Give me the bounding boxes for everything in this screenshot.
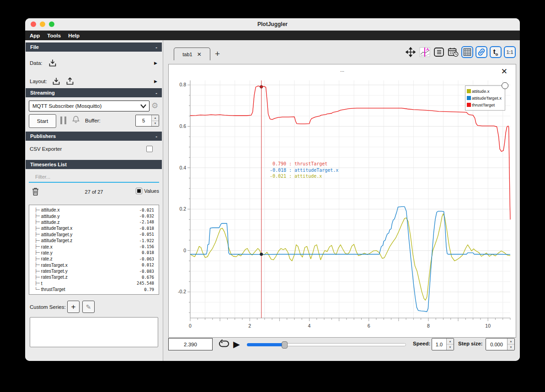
buffer-spinner[interactable]: 5 ▲▼: [135, 115, 159, 127]
layout-expander-icon[interactable]: ▶: [154, 79, 157, 84]
timeseries-row[interactable]: ├─ratesTarget.x0.012: [30, 262, 158, 268]
play-button[interactable]: ▶: [233, 339, 240, 350]
timeseries-name[interactable]: attitude.x: [41, 207, 139, 212]
timeseries-section-header[interactable]: Timeseries List: [26, 160, 162, 169]
timeseries-row[interactable]: ├─attitude.y-0.032: [30, 213, 158, 219]
timeseries-name[interactable]: attitudeTarget.z: [41, 238, 139, 243]
tracker-line: -0.018 : attitudeTarget.x: [268, 167, 338, 174]
spinner-arrows[interactable]: ▲▼: [507, 339, 514, 350]
timeseries-row[interactable]: ├─t245.548: [30, 281, 158, 286]
title-bar: PlotJuggler: [25, 18, 520, 31]
add-custom-series-button[interactable]: +: [67, 301, 80, 313]
timeseries-row[interactable]: └─thrustTarget0.79: [30, 286, 158, 292]
data-expander-icon[interactable]: ▶: [154, 61, 157, 65]
legend-item[interactable]: thrustTarget: [467, 101, 503, 108]
timeseries-value: -0.083: [139, 269, 154, 274]
values-toggle[interactable]: Values: [136, 188, 159, 194]
file-section-header[interactable]: File -: [26, 42, 162, 52]
tree-branch-icon: ├─: [35, 257, 40, 261]
step-size-spinner[interactable]: 0.000 ▲▼: [486, 338, 515, 350]
values-checkbox[interactable]: [136, 188, 142, 194]
legend-swatch: [467, 89, 471, 93]
timeseries-name[interactable]: thrustTarget: [41, 287, 144, 292]
collapse-icon[interactable]: -: [155, 44, 157, 50]
timeseries-name[interactable]: rate.z: [41, 256, 139, 261]
timeseries-row[interactable]: ├─attitude.z-2.148: [30, 219, 158, 225]
pause-icon[interactable]: [60, 117, 66, 124]
link-ranges-button[interactable]: [476, 46, 487, 58]
legend-item[interactable]: attitudeTarget.x: [467, 95, 503, 101]
spinner-arrows[interactable]: ▲▼: [446, 339, 454, 350]
tracker-style-icon[interactable]: A: [419, 46, 431, 58]
menu-item-help[interactable]: Help: [68, 33, 80, 38]
streaming-section-header[interactable]: Streaming -: [26, 88, 162, 97]
ratio-label: 1:1: [507, 50, 513, 55]
time-slider[interactable]: [247, 341, 406, 349]
list-view-icon[interactable]: [433, 46, 445, 58]
bell-icon[interactable]: [72, 115, 80, 124]
timeseries-name[interactable]: ratesTarget.y: [41, 269, 139, 274]
edit-custom-series-button[interactable]: ✎: [82, 301, 95, 313]
tracker-dot: [260, 85, 262, 88]
load-layout-icon[interactable]: [52, 77, 61, 86]
tab-close-icon[interactable]: ✕: [197, 51, 202, 58]
custom-series-list[interactable]: [30, 317, 158, 347]
timeseries-name[interactable]: attitude.z: [41, 220, 139, 225]
timeseries-name[interactable]: rate.x: [41, 244, 139, 249]
datetime-icon[interactable]: [447, 46, 459, 58]
legend-item[interactable]: attitude.x: [467, 88, 503, 95]
publishers-section-header[interactable]: Publishers -: [26, 132, 162, 141]
pencil-icon: ✎: [86, 303, 91, 311]
timeseries-row[interactable]: ├─ratesTarget.z0.676: [30, 274, 158, 280]
timeseries-row[interactable]: ├─attitudeTarget.z-1.922: [30, 238, 158, 244]
menu-item-app[interactable]: App: [30, 33, 40, 38]
start-button[interactable]: Start: [29, 114, 56, 128]
plot-close-icon[interactable]: ✕: [501, 68, 508, 75]
timeseries-list[interactable]: ├─attitude.x-0.021├─attitude.y-0.032├─at…: [29, 205, 159, 295]
timeseries-row[interactable]: ├─rate.z-0.063: [30, 256, 158, 262]
tab-tab1[interactable]: tab1 ✕: [174, 48, 210, 60]
timeseries-value: 0.79: [144, 287, 154, 292]
ratio-button[interactable]: 1:1: [504, 46, 516, 58]
filter-input[interactable]: [29, 172, 159, 183]
timeseries-row[interactable]: ├─rate.x-0.156: [30, 244, 158, 249]
spinner-arrows[interactable]: ▲▼: [151, 115, 159, 126]
timeseries-name[interactable]: rate.y: [41, 250, 142, 255]
timeseries-name[interactable]: attitudeTarget.x: [41, 226, 139, 231]
timeseries-name[interactable]: attitudeTarget.y: [41, 232, 139, 237]
slider-thumb[interactable]: [282, 341, 288, 349]
timeseries-row[interactable]: ├─rate.y0.018: [30, 250, 158, 256]
collapse-icon[interactable]: -: [155, 90, 157, 95]
timeseries-name[interactable]: ratesTarget.z: [41, 275, 142, 280]
timeseries-row[interactable]: ├─attitude.x-0.021: [30, 207, 158, 213]
save-layout-icon[interactable]: [65, 77, 75, 86]
timeseries-value: -2.148: [139, 220, 154, 224]
time-display[interactable]: 2.390: [168, 338, 213, 350]
new-tab-button[interactable]: +: [215, 48, 220, 60]
gear-icon[interactable]: ⚙: [151, 101, 158, 111]
filter-field-wrap: [29, 172, 159, 183]
speed-spinner[interactable]: 1.0 ▲▼: [432, 338, 454, 350]
timeseries-row[interactable]: ├─attitudeTarget.x-0.018: [30, 225, 158, 231]
grid-layout-button[interactable]: [461, 46, 473, 58]
values-label: Values: [144, 188, 159, 194]
streaming-source-select[interactable]: MQTT Subscriber (Mosquitto): [29, 101, 150, 111]
plot-legend[interactable]: attitude.xattitudeTarget.xthrustTarget: [465, 85, 505, 111]
legend-handle[interactable]: [502, 82, 508, 89]
timeseries-row[interactable]: ├─attitudeTarget.y-0.051: [30, 232, 158, 238]
timeseries-name[interactable]: attitude.y: [41, 214, 139, 219]
series-attitude.x: [190, 214, 510, 300]
custom-series-label: Custom Series:: [30, 304, 66, 310]
timeseries-name[interactable]: t: [41, 281, 137, 286]
load-data-icon[interactable]: [48, 58, 57, 68]
loop-icon[interactable]: [218, 339, 230, 350]
playback-controls: 2.390 ▶ Speed: 1.0 ▲▼ Step size: 0.000 ▲…: [164, 338, 520, 352]
move-arrows-icon[interactable]: [405, 46, 417, 58]
csv-exporter-checkbox[interactable]: [146, 146, 153, 152]
t0-button[interactable]: to: [490, 46, 502, 58]
collapse-icon[interactable]: -: [155, 133, 157, 139]
timeseries-row[interactable]: ├─ratesTarget.y-0.083: [30, 268, 158, 274]
plot-canvas[interactable]: 0246810-0.200.20.40.60.8: [169, 64, 516, 337]
menu-item-tools[interactable]: Tools: [47, 33, 61, 38]
timeseries-name[interactable]: ratesTarget.x: [41, 263, 142, 268]
